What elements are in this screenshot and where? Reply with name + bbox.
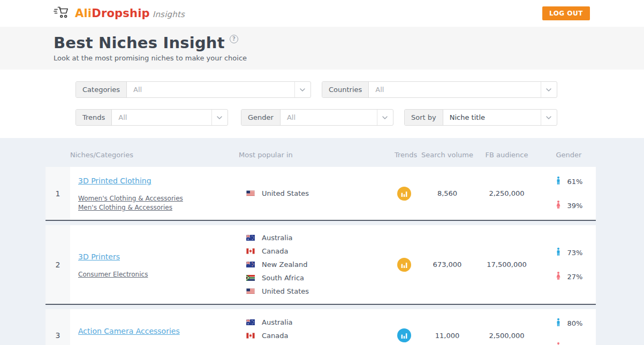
gender-cell: 73% 27% xyxy=(532,249,596,281)
male-stat: 61% xyxy=(555,178,583,186)
flag-icon-za xyxy=(246,275,255,281)
flag-icon-ca xyxy=(246,333,255,339)
categories-filter[interactable]: Categories All xyxy=(75,81,311,98)
male-icon xyxy=(555,177,562,187)
column-header-gender: Gender xyxy=(532,151,596,159)
question-mark-icon[interactable]: ? xyxy=(230,35,238,43)
column-header-popular: Most popular in xyxy=(239,151,395,159)
country-name: Canada xyxy=(262,332,288,340)
niches-table-body: 1 3D Printed Clothing Women's Clothing &… xyxy=(46,167,596,345)
row-number: 2 xyxy=(46,225,70,304)
search-volume-value: 11,000 xyxy=(413,332,481,340)
female-stat: 27% xyxy=(555,273,583,281)
country-item: New Zealand xyxy=(246,260,395,269)
chevron-down-icon[interactable] xyxy=(211,110,228,125)
search-volume-value: 8,560 xyxy=(413,189,481,197)
column-header-index xyxy=(46,151,70,159)
sort-by-filter[interactable]: Sort by Niche title xyxy=(404,109,557,126)
male-stat: 73% xyxy=(555,249,583,257)
cart-icon xyxy=(54,6,70,21)
flag-icon-us xyxy=(246,288,255,294)
gender-filter[interactable]: Gender All xyxy=(241,109,393,126)
trends-filter[interactable]: Trends All xyxy=(75,109,228,126)
flag-icon-nz xyxy=(246,262,255,267)
category-list: Consumer Electronics xyxy=(78,271,233,278)
flag-icon-us xyxy=(246,190,255,196)
gender-cell: 61% 39% xyxy=(532,178,596,210)
top-bar: AliDropshipInsights LOG OUT xyxy=(0,0,644,27)
logo-text: AliDropshipInsights xyxy=(75,7,185,20)
filter-label: Sort by xyxy=(405,110,443,125)
fb-audience-value: 17,500,000 xyxy=(481,260,532,269)
table-row: 1 3D Printed Clothing Women's Clothing &… xyxy=(46,167,596,221)
gender-cell: 80% 20% xyxy=(532,319,596,345)
column-header-search-volume: Search volume xyxy=(413,151,481,159)
table-header: Niches/Categories Most popular in Trends… xyxy=(46,151,596,159)
filter-value: All xyxy=(281,110,377,125)
filters-section: Categories All Countries All Trends All … xyxy=(0,70,644,138)
niche-link[interactable]: 3D Printed Clothing xyxy=(78,177,151,185)
filter-label: Trends xyxy=(76,110,112,125)
row-number: 1 xyxy=(46,167,70,220)
search-volume-value: 673,000 xyxy=(413,260,481,269)
male-icon xyxy=(555,318,562,328)
niche-cell: Action Camera Accessories xyxy=(70,317,239,345)
chevron-down-icon[interactable] xyxy=(294,82,310,97)
chevron-down-icon[interactable] xyxy=(377,110,393,125)
female-icon xyxy=(555,342,562,345)
trend-cell xyxy=(395,187,413,201)
flag-icon-ca xyxy=(246,248,255,254)
country-item: Australia xyxy=(246,318,395,326)
page-title: Best Niches Insight xyxy=(54,34,225,52)
countries-list: United States xyxy=(239,181,395,206)
column-header-fb-audience: FB audience xyxy=(481,151,532,159)
country-item: United States xyxy=(246,189,395,197)
country-item: South Africa xyxy=(246,274,395,282)
chevron-down-icon[interactable] xyxy=(541,110,557,125)
country-name: Australia xyxy=(262,318,293,326)
niche-link[interactable]: Action Camera Accessories xyxy=(78,327,180,335)
countries-list: AustraliaCanadaNew ZealandSouth AfricaUn… xyxy=(239,225,395,304)
alidropship-logo[interactable]: AliDropshipInsights xyxy=(54,6,185,21)
fb-audience-value: 2,250,000 xyxy=(481,189,532,197)
niche-cell: 3D Printed Clothing Women's Clothing & A… xyxy=(70,167,239,220)
country-item: United States xyxy=(246,287,395,295)
female-stat: 39% xyxy=(555,202,583,210)
category-link[interactable]: Consumer Electronics xyxy=(78,271,148,278)
filters-row-2: Trends All Gender All Sort by Niche titl… xyxy=(75,109,644,126)
filter-value: All xyxy=(369,82,541,97)
female-percentage: 39% xyxy=(567,202,583,210)
niches-table: Niches/Categories Most popular in Trends… xyxy=(0,138,644,345)
country-item: Canada xyxy=(246,332,395,340)
male-percentage: 80% xyxy=(567,319,583,327)
trend-bar-chart-icon xyxy=(397,258,411,272)
filter-label: Countries xyxy=(322,82,369,97)
column-header-trends: Trends xyxy=(395,151,413,159)
page-subtitle: Look at the most promising niches to mak… xyxy=(54,54,644,62)
category-list: Women's Clothing & AccessoriesMen's Clot… xyxy=(78,195,233,211)
filter-value: All xyxy=(112,110,211,125)
trend-cell xyxy=(395,328,413,342)
logout-button[interactable]: LOG OUT xyxy=(542,6,590,20)
chevron-down-icon[interactable] xyxy=(541,82,557,97)
male-stat: 80% xyxy=(555,319,583,327)
female-icon xyxy=(555,201,562,211)
country-item: Australia xyxy=(246,234,395,242)
male-icon xyxy=(555,248,562,258)
niche-link[interactable]: 3D Printers xyxy=(78,252,120,261)
country-name: Canada xyxy=(262,247,288,255)
female-icon xyxy=(555,272,562,282)
category-link[interactable]: Men's Clothing & Accessories xyxy=(78,204,172,211)
female-percentage: 27% xyxy=(567,273,583,281)
table-row: 3 Action Camera Accessories AustraliaCan… xyxy=(46,309,596,345)
category-link[interactable]: Women's Clothing & Accessories xyxy=(78,195,183,202)
country-name: Australia xyxy=(262,234,293,242)
country-name: New Zealand xyxy=(262,260,307,269)
flag-icon-au xyxy=(246,319,255,325)
country-name: United States xyxy=(262,189,309,197)
column-header-niches: Niches/Categories xyxy=(70,151,239,159)
row-number: 3 xyxy=(46,309,70,345)
countries-filter[interactable]: Countries All xyxy=(322,81,557,98)
trend-cell xyxy=(395,258,413,272)
country-name: United States xyxy=(262,287,309,295)
